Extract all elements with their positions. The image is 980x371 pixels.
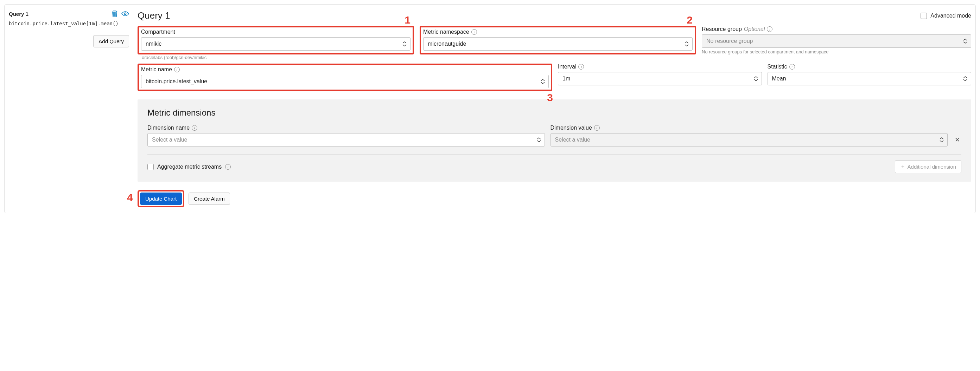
advanced-mode-label: Advanced mode (931, 13, 971, 19)
query-list-sidebar: Query 1 bitcoin.price.latest_value[1m].m… (9, 10, 129, 207)
resource-group-hint: No resource groups for selected compartm… (702, 49, 971, 54)
compartment-label: Compartment (141, 29, 410, 35)
plus-icon: ＋ (900, 163, 905, 170)
dimension-value-label: Dimension value (550, 125, 592, 131)
resource-group-select[interactable]: No resource group (702, 35, 971, 48)
dimension-name-label: Dimension name (147, 125, 189, 131)
info-icon[interactable]: i (594, 125, 600, 131)
resource-group-label: Resource group (702, 26, 742, 32)
highlight-compartment: 1 Compartment nmikic oraclelabs (root)/g… (138, 26, 414, 54)
info-icon[interactable]: i (767, 26, 772, 32)
interval-select[interactable]: 1m (558, 72, 762, 86)
info-icon[interactable]: i (174, 67, 180, 72)
dimension-value-select[interactable]: Select a value (550, 133, 948, 146)
add-query-button[interactable]: Add Query (93, 35, 129, 48)
advanced-mode-toggle[interactable]: Advanced mode (921, 13, 971, 19)
statistic-select[interactable]: Mean (768, 72, 972, 86)
delete-icon[interactable] (111, 10, 118, 17)
annotation-4: 4 (127, 192, 133, 203)
query-expression: bitcoin.price.latest_value[1m].mean() (9, 19, 129, 30)
highlight-update-chart: Update Chart (138, 190, 185, 207)
info-icon[interactable]: i (192, 125, 197, 131)
dimensions-title: Metric dimensions (147, 108, 961, 118)
aggregate-streams-toggle[interactable]: Aggregate metric streams i (147, 164, 231, 170)
optional-tag: Optional (744, 26, 765, 32)
remove-dimension-icon[interactable]: ✕ (953, 133, 961, 146)
info-icon[interactable]: i (471, 29, 477, 35)
annotation-1: 1 (404, 14, 410, 26)
annotation-2: 2 (687, 14, 693, 26)
namespace-label: Metric namespace (423, 29, 469, 35)
eye-icon[interactable] (121, 11, 129, 16)
add-dimension-button[interactable]: ＋ Additional dimension (895, 160, 961, 173)
svg-point-0 (124, 13, 126, 14)
aggregate-streams-label: Aggregate metric streams (157, 164, 222, 170)
aggregate-streams-checkbox[interactable] (147, 164, 154, 170)
compartment-select[interactable]: nmikic (141, 37, 410, 51)
update-chart-button[interactable]: Update Chart (140, 192, 182, 205)
info-icon[interactable]: i (789, 64, 795, 70)
query-editor: Query 1 Advanced mode 1 Compartment nmik… (138, 10, 971, 207)
metric-name-label: Metric name (141, 67, 172, 73)
metric-name-select[interactable]: bitcoin.price.latest_value (141, 75, 549, 88)
advanced-mode-checkbox[interactable] (921, 13, 927, 19)
interval-label: Interval (558, 63, 576, 70)
info-icon[interactable]: i (225, 164, 231, 170)
query-title: Query 1 (9, 11, 29, 17)
statistic-label: Statistic (768, 63, 787, 70)
info-icon[interactable]: i (578, 64, 584, 70)
page-title: Query 1 (138, 10, 170, 21)
dimension-name-select[interactable]: Select a value (147, 133, 545, 146)
annotation-3: 3 (547, 92, 553, 104)
compartment-path-hint: oraclelabs (root)/gcn-dev/nmikic (142, 55, 207, 60)
namespace-select[interactable]: micronautguide (423, 37, 693, 51)
query-builder-panel: Query 1 bitcoin.price.latest_value[1m].m… (4, 4, 976, 213)
highlight-namespace: 2 Metric namespace i micronautguide (420, 26, 696, 54)
metric-dimensions-panel: Metric dimensions Dimension name i Selec… (138, 100, 971, 182)
highlight-metric-name: 3 Metric name i bitcoin.price.latest_val… (138, 63, 552, 91)
create-alarm-button[interactable]: Create Alarm (189, 192, 230, 205)
